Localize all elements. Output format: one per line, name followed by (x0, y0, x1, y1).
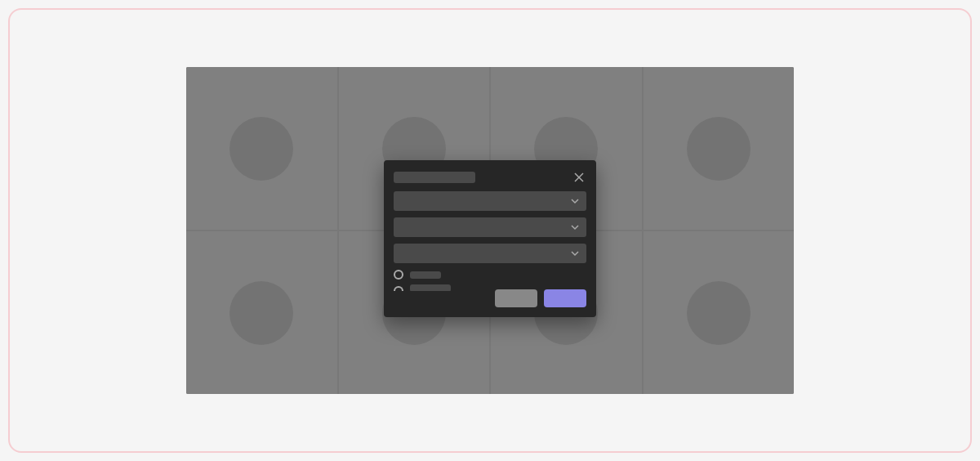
chevron-down-icon (570, 196, 580, 206)
dropdown-3[interactable] (394, 244, 586, 263)
placeholder-circle (229, 281, 293, 345)
dropdown-1[interactable] (394, 191, 586, 211)
grid-cell (186, 67, 337, 230)
radio-label (410, 271, 441, 279)
grid-cell (644, 67, 795, 230)
grid-cell (186, 231, 337, 394)
chevron-down-icon (570, 222, 580, 232)
grid-cell (644, 231, 795, 394)
cancel-button[interactable] (495, 289, 537, 307)
close-icon (573, 172, 585, 183)
screenshot-container (186, 67, 794, 394)
dialog-footer (394, 289, 586, 307)
dialog-title (394, 172, 475, 183)
placeholder-circle (687, 281, 751, 345)
modal-dialog (384, 160, 596, 317)
close-button[interactable] (572, 170, 586, 185)
radio-group (394, 270, 586, 291)
placeholder-circle (229, 117, 293, 181)
outer-frame (8, 8, 972, 453)
dialog-header (394, 170, 586, 185)
confirm-button[interactable] (544, 289, 586, 307)
radio-icon (394, 286, 403, 291)
placeholder-circle (687, 117, 751, 181)
radio-icon (394, 270, 403, 280)
dropdown-2[interactable] (394, 217, 586, 237)
chevron-down-icon (570, 248, 580, 258)
radio-option-1[interactable] (394, 270, 586, 280)
radio-label (410, 284, 451, 291)
